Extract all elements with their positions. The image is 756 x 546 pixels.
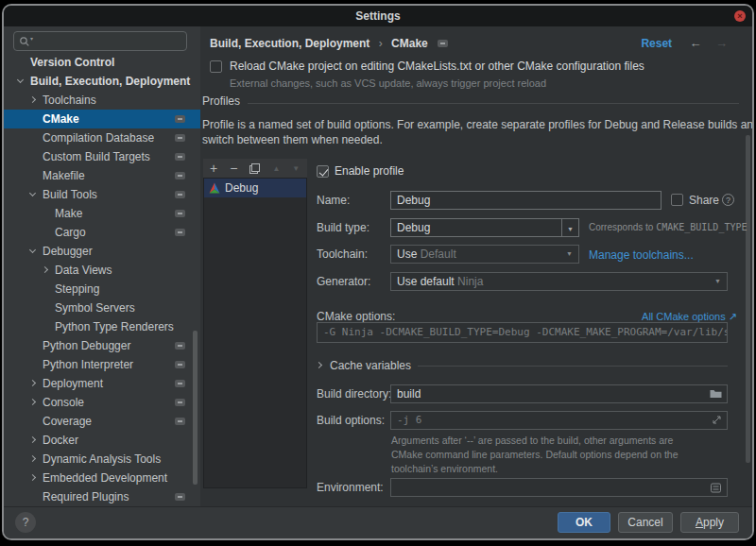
sidebar-item-version-control[interactable]: Version Control [4,53,200,72]
sidebar-item-python-type-renderers[interactable]: Python Type Renderers [4,317,200,336]
expand-icon[interactable] [712,415,722,425]
sidebar-item-toolchains[interactable]: Toolchains [4,91,200,110]
sidebar-item-make[interactable]: Make [4,204,200,223]
screen-icon [175,342,185,350]
cmake-settings-panel: Build, Execution, Deployment › CMake Res… [200,26,752,506]
cancel-button[interactable]: Cancel [618,512,673,533]
all-cmake-options-link[interactable]: All CMake options ↗ [642,311,737,322]
settings-tree: Version Control Build, Execution, Deploy… [4,53,200,506]
toolchain-dropdown[interactable]: Use Default ▼ [390,245,579,264]
ok-button[interactable]: OK [558,512,610,533]
add-profile-button[interactable]: + [210,160,217,177]
reset-link[interactable]: Reset [641,34,672,53]
screen-icon [175,153,185,161]
close-icon[interactable]: × [734,10,746,22]
chevron-right-icon[interactable] [29,380,36,386]
help-icon[interactable]: ? [722,194,734,206]
sidebar-item-custom-build-targets[interactable]: Custom Build Targets [4,147,200,166]
help-button[interactable]: ? [15,512,36,533]
sidebar-item-console[interactable]: Console [4,393,200,412]
search-input[interactable]: ▾ [13,31,187,51]
search-history-caret-icon[interactable]: ▾ [30,35,33,42]
sidebar-item-cmake[interactable]: CMake [4,110,200,128]
sidebar-item-makefile[interactable]: Makefile [4,166,200,185]
cache-variables-toggle[interactable]: Cache variables [317,356,411,375]
reload-cmake-label: Reload CMake project on editing CMakeLis… [230,60,644,73]
chevron-down-icon: ▼ [714,273,721,290]
share-checkbox[interactable] [671,194,683,206]
chevron-down-icon: ▼ [566,246,573,263]
remove-profile-button[interactable]: − [230,160,237,177]
manage-toolchains-link[interactable]: Manage toolchains... [589,248,694,262]
profiles-section-divider [248,103,739,104]
window-title: Settings [355,9,400,23]
chevron-right-icon[interactable] [29,436,36,443]
folder-icon[interactable] [710,388,722,399]
cmake-logo-icon [209,182,220,194]
title-bar: Settings × [4,6,752,26]
generator-dropdown[interactable]: Use default Ninja ▼ [390,272,728,291]
enable-profile-checkbox[interactable] [317,165,329,178]
sidebar-item-compilation-database[interactable]: Compilation Database [4,128,200,147]
apply-button[interactable]: Apply [680,512,739,533]
build-options-label: Build options: [317,411,385,430]
sidebar-item-docker[interactable]: Docker [4,431,200,450]
environment-input[interactable] [390,478,728,497]
screen-icon [438,40,448,47]
build-directory-label: Build directory: [317,384,391,403]
main-scrollbar[interactable] [746,135,750,463]
chevron-right-icon[interactable] [29,96,36,103]
profiles-section-title: Profiles [202,94,240,108]
screen-icon [175,210,185,217]
sidebar-item-python-interpreter[interactable]: Python Interpreter [4,355,200,374]
settings-sidebar: ▾ Version Control Build, Execution, Depl… [4,26,200,506]
chevron-right-icon[interactable] [29,399,36,405]
screen-icon [175,115,185,123]
reload-cmake-checkbox[interactable] [210,60,222,73]
profiles-description: Profile is a named set of build options.… [202,117,752,147]
copy-profile-button[interactable] [249,163,260,174]
sidebar-scrollbar[interactable] [193,331,198,485]
breadcrumb-page: CMake [391,37,428,50]
screen-icon [175,134,185,142]
sidebar-item-deployment[interactable]: Deployment [4,374,200,393]
chevron-down-icon[interactable] [17,77,24,83]
chevron-right-icon[interactable] [316,362,322,368]
sidebar-item-required-plugins[interactable]: Required Plugins [4,487,200,506]
sidebar-item-cargo[interactable]: Cargo [4,223,200,242]
cmake-options-input[interactable]: -G Ninja -DCMAKE_BUILD_TYPE=Debug -DCMAK… [317,322,728,343]
sidebar-item-symbol-servers[interactable]: Symbol Servers [4,299,200,317]
move-up-button[interactable]: ▲ [272,164,280,173]
move-down-button[interactable]: ▼ [292,164,300,173]
enable-profile-label: Enable profile [335,164,404,178]
sidebar-item-build-tools[interactable]: Build Tools [4,185,200,204]
chevron-right-icon[interactable] [29,455,36,462]
breadcrumb-section[interactable]: Build, Execution, Deployment [210,37,369,50]
name-input[interactable]: Debug [390,191,662,210]
sidebar-item-coverage[interactable]: Coverage [4,412,200,431]
chevron-right-icon[interactable] [29,474,36,481]
sidebar-item-dynamic-analysis-tools[interactable]: Dynamic Analysis Tools [4,450,200,469]
sidebar-item-build-execution-deployment[interactable]: Build, Execution, Deployment [4,72,200,91]
forward-arrow-icon[interactable]: → [715,34,728,53]
sidebar-item-debugger[interactable]: Debugger [4,242,200,261]
screen-icon [175,229,185,236]
chevron-down-icon[interactable] [29,247,36,253]
chevron-down-icon[interactable]: ▼ [561,219,578,236]
sidebar-item-python-debugger[interactable]: Python Debugger [4,336,200,355]
build-type-dropdown[interactable]: Debug ▼ [390,218,579,237]
sidebar-item-stepping[interactable]: Stepping [4,280,200,299]
screen-icon [175,493,185,501]
chevron-down-icon[interactable] [29,190,36,196]
sidebar-item-embedded-development[interactable]: Embedded Development [4,469,200,487]
environment-label: Environment: [317,478,384,497]
build-options-input[interactable]: -j 6 [390,411,728,430]
profile-list-item-debug[interactable]: Debug [204,179,306,197]
chevron-right-icon[interactable] [42,266,48,273]
screen-icon [175,191,185,198]
build-directory-input[interactable]: build [390,384,728,403]
build-options-hint: Arguments after ‘--’ are passed to the b… [391,434,679,476]
sidebar-item-data-views[interactable]: Data Views [4,261,200,280]
environment-variables-icon[interactable] [710,482,722,494]
back-arrow-icon[interactable]: ← [690,34,702,53]
